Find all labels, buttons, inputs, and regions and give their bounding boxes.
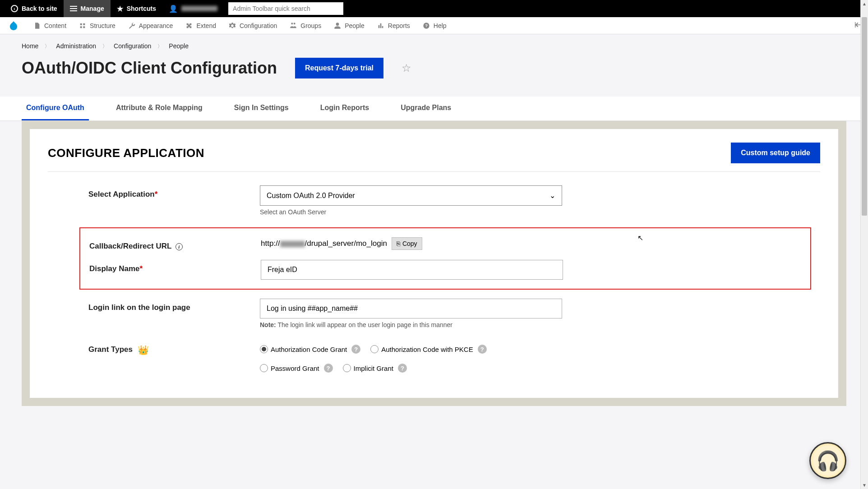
shortcuts-label: Shortcuts xyxy=(127,5,156,12)
login-link-input[interactable] xyxy=(260,299,562,318)
person-icon xyxy=(334,22,341,29)
hamburger-icon xyxy=(70,6,77,11)
login-link-note: Note: The login link will appear on the … xyxy=(260,321,562,328)
nav-label: Structure xyxy=(90,22,115,29)
grant-authorization-code[interactable]: Authorization Code Grant ? xyxy=(260,345,360,354)
tab-configure-oauth[interactable]: Configure OAuth xyxy=(22,97,89,120)
groups-icon xyxy=(290,22,297,29)
nav-label: Configuration xyxy=(240,22,277,29)
display-name-row: Display Name* xyxy=(80,260,810,280)
nav-label: Content xyxy=(44,22,66,29)
nav-appearance[interactable]: Appearance xyxy=(122,17,180,34)
tab-login-reports[interactable]: Login Reports xyxy=(316,97,374,120)
manage-toggle[interactable]: Manage xyxy=(64,0,111,17)
nav-label: Extend xyxy=(196,22,216,29)
admin-menu: Content Structure Appearance Extend Conf… xyxy=(0,17,868,34)
back-to-site-label: Back to site xyxy=(22,5,57,12)
radio-icon xyxy=(343,364,351,372)
gear-icon xyxy=(229,22,236,29)
login-link-label: Login link on the login page xyxy=(88,299,260,312)
toolbar-search-wrap xyxy=(228,2,343,15)
scroll-up-icon[interactable]: ▲ xyxy=(861,0,868,8)
tab-attribute-role-mapping[interactable]: Attribute & Role Mapping xyxy=(111,97,207,120)
tab-sign-in-settings[interactable]: Sign In Settings xyxy=(230,97,293,120)
chevron-right-icon: 〉 xyxy=(45,43,50,50)
grant-password[interactable]: Password Grant ? xyxy=(260,364,333,373)
help-badge-icon[interactable]: ? xyxy=(478,345,487,354)
url-host-blurred xyxy=(280,241,305,247)
grant-implicit[interactable]: Implicit Grant ? xyxy=(343,364,407,373)
help-icon: ? xyxy=(423,22,430,29)
nav-label: Help xyxy=(434,22,447,29)
grant-types-radio-group: Authorization Code Grant ? Authorization… xyxy=(260,340,562,373)
select-application-dropdown[interactable]: Custom OAuth 2.0 Provider ⌄ xyxy=(260,185,562,206)
nav-help[interactable]: ? Help xyxy=(416,17,453,34)
panel-title: CONFIGURE APPLICATION xyxy=(48,146,204,160)
breadcrumb-admin[interactable]: Administration xyxy=(56,42,96,50)
panel-header: CONFIGURE APPLICATION Custom setup guide xyxy=(48,143,820,172)
breadcrumb-config[interactable]: Configuration xyxy=(114,42,151,50)
back-arrow-icon: ‹ xyxy=(11,5,18,12)
manage-label: Manage xyxy=(81,5,104,12)
back-to-site-link[interactable]: ‹ Back to site xyxy=(5,0,64,17)
star-icon: ★ xyxy=(117,5,123,13)
username-blurred xyxy=(181,6,217,11)
radio-icon xyxy=(370,345,379,353)
page-title: OAuth/OIDC Client Configuration xyxy=(22,59,277,78)
callback-url-row: Callback/Redirect URL i http:///drupal_s… xyxy=(80,237,810,251)
select-help-text: Select an OAuth Server xyxy=(260,208,562,216)
nav-content[interactable]: Content xyxy=(27,17,73,34)
breadcrumb-home[interactable]: Home xyxy=(22,42,38,50)
custom-setup-guide-button[interactable]: Custom setup guide xyxy=(731,143,820,163)
copy-icon: ⎘ xyxy=(397,240,400,247)
callback-url-label: Callback/Redirect URL i xyxy=(89,237,261,251)
grant-pkce[interactable]: Authorization Code with PKCE ? xyxy=(370,345,486,354)
crown-icon: 👑 xyxy=(138,345,149,355)
nav-configuration[interactable]: Configuration xyxy=(222,17,283,34)
copy-button[interactable]: ⎘ Copy xyxy=(392,237,422,250)
info-icon[interactable]: i xyxy=(175,243,183,250)
favorite-star-icon[interactable]: ☆ xyxy=(402,62,411,74)
login-link-row: Login link on the login page Note: The l… xyxy=(48,299,820,328)
scroll-thumb[interactable] xyxy=(862,17,867,216)
nav-extend[interactable]: Extend xyxy=(179,17,222,34)
display-name-input[interactable] xyxy=(261,260,563,280)
tab-upgrade-plans[interactable]: Upgrade Plans xyxy=(396,97,456,120)
help-badge-icon[interactable]: ? xyxy=(351,345,360,354)
chevron-down-icon: ⌄ xyxy=(549,191,555,200)
chevron-right-icon: 〉 xyxy=(102,43,107,50)
page-header: OAuth/OIDC Client Configuration Request … xyxy=(0,54,868,88)
chevron-right-icon: 〉 xyxy=(157,43,162,50)
admin-toolbar: ‹ Back to site Manage ★ Shortcuts 👤 xyxy=(0,0,868,17)
configure-panel: CONFIGURE APPLICATION Custom setup guide… xyxy=(30,129,838,398)
file-icon xyxy=(33,22,41,29)
toolbar-search-input[interactable] xyxy=(228,2,343,15)
breadcrumb-people[interactable]: People xyxy=(169,42,189,50)
svg-text:?: ? xyxy=(425,23,428,28)
display-name-label: Display Name* xyxy=(89,260,261,273)
radio-icon xyxy=(260,364,268,372)
nav-groups[interactable]: Groups xyxy=(283,17,328,34)
callback-url-value: http:///drupal_server/mo_login ⎘ Copy xyxy=(261,237,563,250)
nav-label: Appearance xyxy=(139,22,173,29)
nav-structure[interactable]: Structure xyxy=(73,17,122,34)
shortcuts-link[interactable]: ★ Shortcuts xyxy=(111,0,162,17)
chart-icon xyxy=(377,22,384,29)
help-badge-icon[interactable]: ? xyxy=(324,364,333,373)
scrollbar[interactable]: ▲ ▼ xyxy=(860,0,868,406)
highlighted-section: Callback/Redirect URL i http:///drupal_s… xyxy=(79,227,811,290)
nav-label: People xyxy=(345,22,365,29)
config-tabs: Configure OAuth Attribute & Role Mapping… xyxy=(0,97,868,121)
puzzle-icon xyxy=(185,22,193,29)
nav-people[interactable]: People xyxy=(328,17,371,34)
select-application-row: Select Application* Custom OAuth 2.0 Pro… xyxy=(48,185,820,216)
select-application-label: Select Application* xyxy=(88,185,260,199)
user-menu[interactable]: 👤 xyxy=(162,0,224,17)
nav-label: Groups xyxy=(300,22,321,29)
grant-types-label: Grant Types 👑 xyxy=(88,340,260,355)
help-badge-icon[interactable]: ? xyxy=(398,364,407,373)
nav-reports[interactable]: Reports xyxy=(371,17,416,34)
drupal-logo-icon xyxy=(8,20,19,31)
select-value: Custom OAuth 2.0 Provider xyxy=(267,192,355,200)
request-trial-button[interactable]: Request 7-days trial xyxy=(295,58,383,78)
